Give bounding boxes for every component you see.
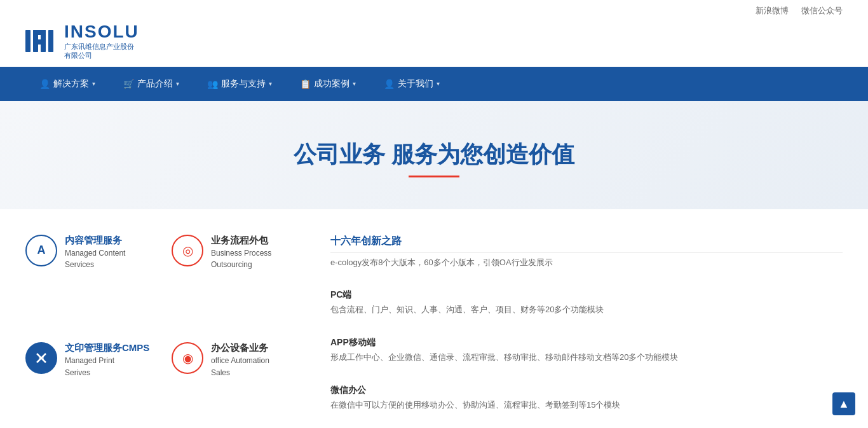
info-section-main: 十六年创新之路 e-cology发布8个大版本，60多个小版本，引领OA行业发展… xyxy=(330,235,843,270)
nav-item-cases[interactable]: 📋 成功案例 ▾ xyxy=(286,67,370,101)
service-title-en1-2: Managed Print xyxy=(65,356,149,366)
service-card-content-management: A 内容管理服务 Managed Content Services xyxy=(25,235,159,330)
hero-underline xyxy=(409,176,459,177)
wechat-link[interactable]: 微信公众号 xyxy=(801,5,843,17)
top-bar: 新浪微博 微信公众号 xyxy=(0,0,868,22)
header: INSOLU 广东讯维信息产业股份 有限公司 xyxy=(0,22,868,67)
logo: INSOLU 广东讯维信息产业股份 有限公司 xyxy=(25,22,139,60)
service-title-en1-0: Managed Content xyxy=(65,248,125,259)
main-nav: 👤 解决方案 ▾ 🛒 产品介绍 ▾ 👥 服务与支持 ▾ 📋 成功案例 ▾ xyxy=(0,67,868,101)
nav-label-cases: 成功案例 xyxy=(314,78,349,90)
nav-label-solutions: 解决方案 xyxy=(53,78,89,90)
logo-text: INSOLU xyxy=(64,22,139,42)
service-icon-content-management: A xyxy=(25,235,57,266)
info-app-desc: 形成工作中心、企业微信、通信录、流程审批、移动审批、移动邮件移动文档等20多个功… xyxy=(330,351,843,364)
service-header-print-management: 文印管理服务CMPS Managed Print Serives xyxy=(25,342,159,378)
service-header-business-process: ◎ 业务流程外包 Business Process Outsourcing xyxy=(172,235,305,271)
nav-label-services: 服务与支持 xyxy=(221,78,266,90)
nav-icon-solutions: 👤 xyxy=(39,79,50,89)
services-grid: A 内容管理服务 Managed Content Services ◎ 业务流程… xyxy=(25,235,305,428)
nav-label-about: 关于我们 xyxy=(398,78,433,90)
chevron-solutions: ▾ xyxy=(92,80,95,87)
info-main-sub: e-cology发布8个大版本，60多个小版本，引领OA行业发展示 xyxy=(330,256,843,270)
chevron-products: ▾ xyxy=(176,80,179,87)
service-icon-business-process: ◎ xyxy=(172,235,203,266)
info-main-title: 十六年创新之路 xyxy=(330,235,843,252)
weibo-link[interactable]: 新浪微博 xyxy=(756,5,789,17)
svg-rect-3 xyxy=(48,30,53,52)
right-panel: 十六年创新之路 e-cology发布8个大版本，60多个小版本，引领OA行业发展… xyxy=(330,235,843,428)
nav-item-about[interactable]: 👤 关于我们 ▾ xyxy=(370,67,454,101)
service-header-office-equipment: ◉ 办公设备业务 office Automation Sales xyxy=(172,342,305,378)
service-card-business-process: ◎ 业务流程外包 Business Process Outsourcing xyxy=(172,235,305,330)
service-title-zh-2: 文印管理服务CMPS xyxy=(65,342,149,354)
main-content: A 内容管理服务 Managed Content Services ◎ 业务流程… xyxy=(0,209,868,428)
chevron-about: ▾ xyxy=(437,80,440,87)
svg-rect-0 xyxy=(25,30,31,52)
info-wechat-title: 微信办公 xyxy=(330,385,843,396)
service-title-en1-1: Business Process xyxy=(211,248,271,259)
service-title-en2-0: Services xyxy=(65,259,125,270)
nav-item-products[interactable]: 🛒 产品介绍 ▾ xyxy=(109,67,193,101)
svg-rect-5 xyxy=(33,39,46,45)
nav-item-solutions[interactable]: 👤 解决方案 ▾ xyxy=(25,67,109,101)
info-wechat-desc: 在微信中可以方便的使用移动办公、协助沟通、流程审批、考勤签到等15个模块 xyxy=(330,399,843,412)
chevron-services: ▾ xyxy=(269,80,272,87)
service-card-office-equipment: ◉ 办公设备业务 office Automation Sales xyxy=(172,342,305,428)
logo-subtitle: 广东讯维信息产业股份 有限公司 xyxy=(64,42,139,60)
scroll-to-top-button[interactable]: ▲ xyxy=(832,392,855,415)
info-section-app: APP移动端 形成工作中心、企业微信、通信录、流程审批、移动审批、移动邮件移动文… xyxy=(330,329,843,364)
hero-section: 公司业务 服务为您创造价值 xyxy=(0,101,868,209)
nav-icon-about: 👤 xyxy=(384,79,395,89)
service-icon-print-management xyxy=(25,342,57,374)
service-title-zh-3: 办公设备业务 xyxy=(211,342,269,354)
info-pc-title: PC端 xyxy=(330,289,843,301)
chevron-cases: ▾ xyxy=(353,80,356,87)
nav-icon-cases: 📋 xyxy=(300,79,311,89)
nav-icon-services: 👥 xyxy=(207,79,218,89)
svg-rect-8 xyxy=(39,357,44,359)
service-title-en2-2: Serives xyxy=(65,368,149,378)
nav-item-services[interactable]: 👥 服务与支持 ▾ xyxy=(193,67,286,101)
service-title-zh-0: 内容管理服务 xyxy=(65,235,125,247)
logo-icon xyxy=(25,27,60,55)
nav-icon-products: 🛒 xyxy=(123,79,134,89)
svg-rect-4 xyxy=(33,30,46,35)
nav-list: 👤 解决方案 ▾ 🛒 产品介绍 ▾ 👥 服务与支持 ▾ 📋 成功案例 ▾ xyxy=(25,67,843,101)
service-card-print-management: 文印管理服务CMPS Managed Print Serives xyxy=(25,342,159,428)
service-title-en1-3: office Automation xyxy=(211,356,269,366)
service-header-content-management: A 内容管理服务 Managed Content Services xyxy=(25,235,159,271)
info-pc-desc: 包含流程、门户、知识、人事、沟通、客户、项目、财务等20多个功能模块 xyxy=(330,303,843,317)
hero-title: 公司业务 服务为您创造价值 xyxy=(25,139,843,170)
service-title-en2-1: Outsourcing xyxy=(211,259,271,270)
service-icon-office-equipment: ◉ xyxy=(172,342,203,374)
info-app-title: APP移动端 xyxy=(330,337,843,349)
nav-label-products: 产品介绍 xyxy=(137,78,173,90)
info-section-wechat: 微信办公 在微信中可以方便的使用移动办公、协助沟通、流程审批、考勤签到等15个模… xyxy=(330,377,843,412)
service-title-zh-1: 业务流程外包 xyxy=(211,235,271,247)
service-title-en2-3: Sales xyxy=(211,368,269,378)
info-section-pc: PC端 包含流程、门户、知识、人事、沟通、客户、项目、财务等20多个功能模块 xyxy=(330,282,843,317)
